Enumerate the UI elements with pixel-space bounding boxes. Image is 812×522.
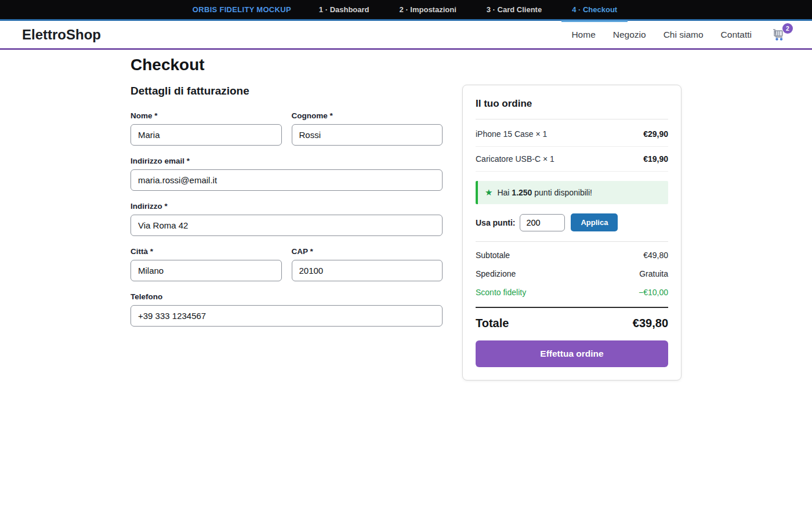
nav-contatti[interactable]: Contatti <box>721 30 752 40</box>
cognome-input[interactable] <box>292 124 443 146</box>
points-available-banner: ★ Hai 1.250 punti disponibili! <box>476 181 668 204</box>
points-banner-text: Hai 1.250 punti disponibili! <box>497 188 592 197</box>
order-item-name: Caricatore USB-C × 1 <box>476 154 554 164</box>
points-input[interactable] <box>520 214 565 231</box>
discount-value: −€10,00 <box>639 288 668 297</box>
points-banner-prefix: Hai <box>497 188 509 197</box>
field-telefono: Telefono <box>130 292 443 327</box>
order-item: Caricatore USB-C × 1 €19,90 <box>476 147 668 172</box>
field-indirizzo: Indirizzo * <box>130 202 443 236</box>
order-item-price: €29,90 <box>643 129 668 139</box>
mockup-topbar: ORBIS FIDELITY MOCKUP 1 · Dashboard 2 · … <box>0 0 812 21</box>
email-label: Indirizzo email * <box>130 157 443 165</box>
telefono-label: Telefono <box>130 292 443 301</box>
fidelity-discount-row: Sconto fidelity −€10,00 <box>476 283 668 302</box>
citta-input[interactable] <box>130 260 282 281</box>
field-cognome: Cognome * <box>292 111 443 146</box>
billing-form: Dettagli di fatturazione Nome * Cognome … <box>130 85 443 338</box>
citta-label: Città * <box>130 247 282 256</box>
field-cap: CAP * <box>292 247 443 281</box>
tab-dashboard[interactable]: 1 · Dashboard <box>317 0 372 20</box>
order-item-name: iPhone 15 Case × 1 <box>476 129 547 139</box>
field-email: Indirizzo email * <box>130 157 443 191</box>
total-label: Totale <box>476 317 509 330</box>
order-summary-card: Il tuo ordine iPhone 15 Case × 1 €29,90 … <box>462 85 682 380</box>
nav-home[interactable]: Home <box>571 30 595 40</box>
order-totals: Subtotale €49,80 Spedizione Gratuita Sco… <box>476 246 668 302</box>
subtotal-value: €49,80 <box>643 251 668 260</box>
total-row: Totale €39,80 <box>476 308 668 333</box>
order-heading: Il tuo ordine <box>476 96 668 119</box>
discount-label: Sconto fidelity <box>476 288 526 297</box>
use-points-row: Usa punti: Applica <box>476 213 668 242</box>
indirizzo-input[interactable] <box>130 215 443 236</box>
apply-points-button[interactable]: Applica <box>571 213 618 231</box>
indirizzo-label: Indirizzo * <box>130 202 443 211</box>
points-count: 1.250 <box>512 188 532 197</box>
points-banner-suffix: punti disponibili! <box>534 188 592 197</box>
shop-header: ElettroShop Home Negozio Chi siamo Conta… <box>0 21 812 50</box>
nome-label: Nome * <box>130 111 282 120</box>
cap-input[interactable] <box>292 260 443 281</box>
shipping-label: Spedizione <box>476 269 516 278</box>
shop-logo[interactable]: ElettroShop <box>22 27 101 43</box>
tab-card-cliente[interactable]: 3 · Card Cliente <box>484 0 544 20</box>
mockup-brand: ORBIS FIDELITY MOCKUP <box>193 5 291 14</box>
star-icon: ★ <box>485 187 492 198</box>
page-title: Checkout <box>130 56 682 74</box>
shop-nav: Home Negozio Chi siamo Contatti 2 <box>571 28 786 41</box>
tab-impostazioni[interactable]: 2 · Impostazioni <box>397 0 459 20</box>
billing-heading: Dettagli di fatturazione <box>130 85 443 97</box>
subtotal-label: Subtotale <box>476 251 510 260</box>
place-order-button[interactable]: Effettua ordine <box>476 340 668 367</box>
subtotal-row: Subtotale €49,80 <box>476 246 668 264</box>
nav-negozio[interactable]: Negozio <box>613 30 646 40</box>
cap-label: CAP * <box>292 247 443 256</box>
cognome-label: Cognome * <box>292 111 443 120</box>
cart-count-badge: 2 <box>782 23 793 34</box>
total-value: €39,80 <box>633 317 668 330</box>
order-items: iPhone 15 Case × 1 €29,90 Caricatore USB… <box>476 122 668 172</box>
email-input[interactable] <box>130 169 443 191</box>
shipping-value: Gratuita <box>639 269 668 278</box>
nav-chi-siamo[interactable]: Chi siamo <box>664 30 704 40</box>
tab-checkout[interactable]: 4 · Checkout <box>570 0 619 20</box>
shipping-row: Spedizione Gratuita <box>476 264 668 283</box>
order-item-price: €19,90 <box>643 154 668 164</box>
nome-input[interactable] <box>130 124 282 146</box>
use-points-label: Usa punti: <box>476 218 515 227</box>
main-content: Checkout Dettagli di fatturazione Nome *… <box>130 50 682 380</box>
order-item: iPhone 15 Case × 1 €29,90 <box>476 122 668 147</box>
cart-button[interactable]: 2 <box>773 28 786 41</box>
field-citta: Città * <box>130 247 282 281</box>
telefono-input[interactable] <box>130 305 443 327</box>
field-nome: Nome * <box>130 111 282 146</box>
